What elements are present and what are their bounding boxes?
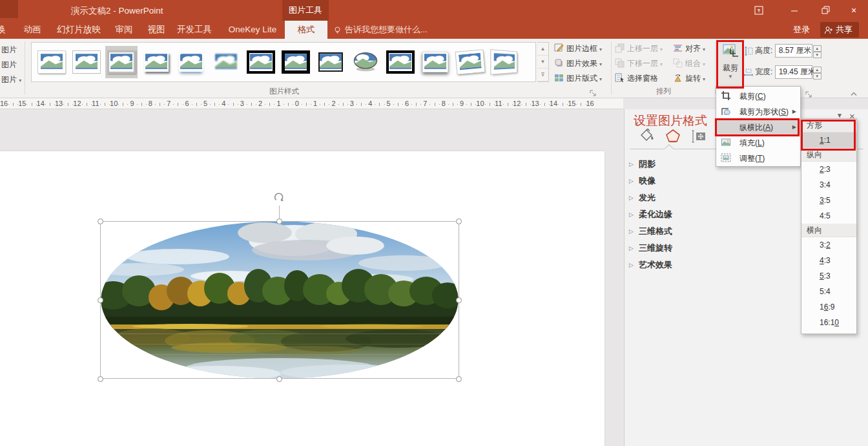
expand-arrow-icon[interactable]: ▷ [629, 223, 634, 240]
aspect-ratio-3-2[interactable]: 3:2 [801, 237, 856, 253]
crop-menu-item-A[interactable]: 纵横比(A)▶ [716, 120, 800, 135]
adjust-partial-button[interactable]: 图片 [1, 43, 21, 58]
crop-menu-item-C[interactable]: 裁剪(C) [716, 89, 800, 104]
selection-handle[interactable] [456, 376, 462, 382]
rotate-button[interactable]: 旋转▾ [673, 71, 713, 85]
ruler-number: 11 [92, 100, 99, 107]
expand-arrow-icon[interactable]: ▷ [629, 257, 634, 273]
adjust-partial-button[interactable]: 图片 [1, 58, 21, 72]
rotation-handle-icon[interactable] [272, 191, 286, 207]
sign-in-button[interactable]: 登录 [793, 21, 810, 39]
height-spinner[interactable]: ▲▼ [813, 45, 822, 58]
aspect-ratio-3-4[interactable]: 3:4 [801, 177, 856, 193]
picture-layout-button[interactable]: 图片版式▾ [554, 71, 602, 85]
tab-2[interactable]: 幻灯片放映 [54, 21, 103, 39]
selection-handle[interactable] [98, 297, 103, 303]
selection-handle[interactable] [98, 218, 103, 224]
aspect-ratio-5-3[interactable]: 5:3 [801, 268, 856, 284]
picture-styles-dialog-launcher-icon[interactable] [589, 88, 597, 96]
crop-dropdown-arrow-icon[interactable]: ▼ [718, 74, 743, 80]
gallery-scroll-buttons: ▲ ▼ ⊽ [537, 42, 549, 82]
selection-handle[interactable] [456, 218, 462, 224]
share-button[interactable]: 共享 [820, 22, 859, 37]
ruler-number: 1 [276, 100, 280, 107]
tell-me-box[interactable]: 告诉我您想要做什么... [333, 21, 428, 39]
height-input[interactable]: 8.57 厘米 [775, 44, 812, 58]
aspect-ratio-4-3[interactable]: 4:3 [801, 253, 856, 268]
selection-bounding-box [100, 221, 459, 379]
aspect-ratio-submenu: 方形1:1纵向2:33:43:54:5横向3:24:35:35:416:916:… [801, 118, 857, 334]
ruler-number: 12 [513, 100, 521, 107]
ribbon-display-options-icon[interactable] [748, 3, 770, 18]
gallery-more-icon[interactable]: ⊽ [537, 69, 548, 81]
picture-style-perspective-white[interactable] [489, 46, 521, 78]
picture-style-metal-oval[interactable] [349, 46, 382, 78]
ruler-number: 16 [586, 100, 594, 107]
picture-style-reflected-rounded-rectangle[interactable] [175, 46, 207, 78]
effects-tab-active[interactable] [665, 128, 681, 145]
tab-format[interactable]: 格式 [285, 21, 327, 39]
crop-menu-item-T[interactable]: 调整(T) [716, 151, 800, 166]
aspect-ratio-16-9[interactable]: 16:9 [801, 299, 856, 315]
expand-arrow-icon[interactable]: ▷ [629, 240, 634, 257]
expand-arrow-icon[interactable]: ▷ [629, 189, 634, 206]
picture-style-thick-matte-black[interactable] [280, 46, 312, 78]
crop-menu-item-S[interactable]: 裁剪为形状(S)▶ [716, 104, 800, 120]
selection-handle[interactable] [98, 376, 103, 382]
bring-forward-button: 上移一层▾ [615, 41, 673, 56]
ruler-number: 9 [460, 100, 464, 107]
picture-style-simple-frame-black[interactable] [315, 46, 347, 78]
aspect-ratio-3-5[interactable]: 3:5 [801, 193, 856, 208]
aspect-ratio-4-5[interactable]: 4:5 [801, 208, 856, 224]
picture-effects-button[interactable]: 图片效果▾ [554, 56, 602, 70]
align-button[interactable]: 对齐▾ [673, 41, 713, 56]
picture-style-drop-shadow-rectangle[interactable] [140, 46, 172, 78]
tab-3[interactable]: 审阅 [111, 21, 137, 39]
crop-button[interactable]: 裁剪 ▼ [718, 40, 743, 87]
horizontal-ruler[interactable]: 1615141312111098765432101234567891011121… [0, 98, 623, 109]
gallery-scroll-up-icon[interactable]: ▲ [537, 43, 548, 56]
submenu-arrow-icon: ▶ [792, 104, 796, 120]
expand-arrow-icon[interactable]: ▷ [629, 173, 634, 189]
tab-transitions-partial[interactable]: 换 [0, 21, 8, 39]
powerpoint-window: { "colors": { "accent": "#B7472A", "cont… [0, 0, 868, 446]
tab-6[interactable]: OneKey Lite [225, 21, 280, 39]
expand-arrow-icon[interactable]: ▷ [629, 206, 634, 223]
adjust-partial-button[interactable]: 图片 ▾ [1, 72, 21, 87]
picture-style-compound-frame-black[interactable] [384, 46, 417, 78]
app-icon[interactable] [0, 0, 18, 18]
selection-handle[interactable] [456, 297, 462, 303]
picture-style-beveled-matte-white[interactable] [70, 46, 103, 78]
picture-border-button[interactable]: 图片边框▾ [554, 41, 602, 56]
fill-line-tab[interactable] [639, 128, 656, 145]
picture-style-simple-frame-white[interactable] [36, 46, 68, 78]
selection-handle[interactable] [276, 218, 282, 224]
aspect-ratio-16-10[interactable]: 16:10 [801, 315, 856, 330]
aspect-ratio-2-3[interactable]: 2:3 [801, 162, 856, 177]
minimize-icon[interactable] [783, 3, 805, 18]
picture-style-center-shadow-rectangle[interactable] [419, 46, 451, 78]
close-icon[interactable]: × [843, 3, 865, 18]
picture-style-soft-edge-rectangle[interactable] [210, 46, 242, 78]
gallery-scroll-down-icon[interactable]: ▼ [537, 56, 548, 69]
aspect-ratio-1-1[interactable]: 1:1 [801, 133, 856, 148]
width-row: 宽度: 19.45 厘米▲▼ [744, 65, 822, 81]
picture-style-rotated-white[interactable] [454, 46, 486, 78]
selection-handle[interactable] [276, 376, 282, 382]
collapse-ribbon-icon[interactable] [850, 89, 858, 98]
tab-1[interactable]: 动画 [18, 21, 46, 39]
restore-icon[interactable] [814, 3, 836, 18]
selection-pane-button[interactable]: 选择窗格 [615, 71, 673, 85]
crop-menu-item-L[interactable]: 填充(L) [716, 135, 800, 151]
width-spinner[interactable]: ▲▼ [813, 67, 822, 80]
tab-5[interactable]: 开发工具 [174, 21, 214, 39]
tab-4[interactable]: 视图 [143, 21, 169, 39]
width-input[interactable]: 19.45 厘米 [775, 65, 812, 79]
size-dialog-launcher-icon[interactable] [805, 89, 813, 98]
picture-style-metal-frame[interactable] [105, 46, 138, 78]
aspect-ratio-5-4[interactable]: 5:4 [801, 284, 856, 299]
ruler-number: 9 [130, 100, 134, 107]
size-properties-tab[interactable] [690, 128, 707, 145]
picture-style-double-frame-black[interactable] [245, 46, 277, 78]
expand-arrow-icon[interactable]: ▷ [629, 156, 634, 173]
